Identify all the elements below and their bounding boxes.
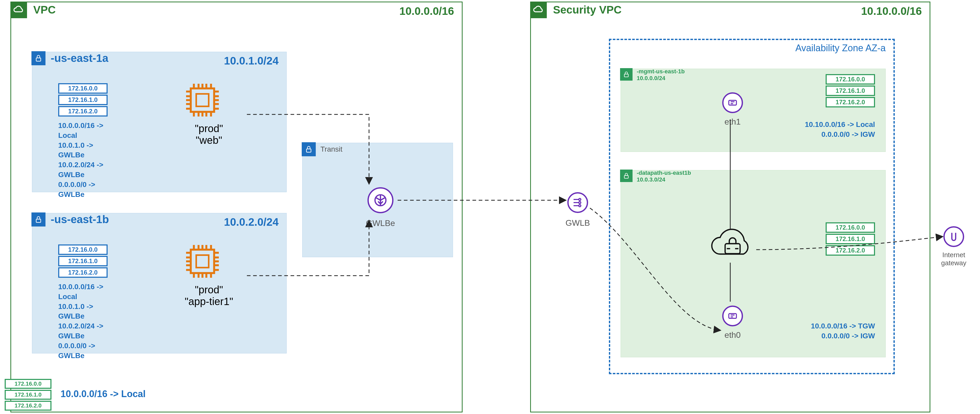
outer-route-table: 172.16.0.0 172.16.1.0 172.16.2.0 (5, 379, 51, 412)
subnet-cidr: 10.0.0.0/24 (637, 75, 685, 82)
subnet-name: -datapath-us-east1b (637, 170, 691, 176)
svg-rect-46 (306, 149, 311, 152)
compute-chip-a: "prod" "web" (183, 81, 235, 146)
ip-row: 172.16.0.0 (826, 74, 875, 84)
outer-route: 10.0.0.0/16 -> Local (60, 389, 146, 400)
lock-icon (302, 142, 316, 156)
vpc-cidr: 10.10.0.0/16 (861, 5, 922, 18)
availability-zone: Availability Zone AZ-a -mgmt-us-east-1b … (609, 39, 895, 374)
ip-row: 172.16.1.0 (826, 86, 875, 96)
gwlbe-label: GWLBe (365, 218, 396, 228)
subnet-cidr: 10.0.1.0/24 (224, 55, 278, 67)
routes-list: 10.0.0.0/16 -> TGW 0.0.0.0/0 -> IGW (811, 321, 875, 341)
svg-rect-49 (729, 100, 736, 105)
ngfw-cloud-icon (706, 225, 759, 267)
subnet-mgmt: -mgmt-us-east-1b 10.0.0.0/24 eth1 172.16… (620, 68, 886, 152)
ip-row: 172.16.2.0 (58, 268, 108, 278)
subnet-us-east-1a: -us-east-1a 10.0.1.0/24 172.16.0.0 172.1… (32, 52, 286, 192)
svg-point-55 (579, 205, 581, 207)
vpc-right: Security VPC 10.10.0.0/16 Availability Z… (530, 2, 931, 412)
routes-list: 10.0.0.0/16 -> Local 10.0.1.0 -> GWLBe 1… (58, 282, 108, 360)
ip-row: 172.16.2.0 (826, 97, 875, 107)
svg-rect-23 (36, 219, 41, 223)
ip-row: 172.16.1.0 (5, 390, 51, 400)
svg-rect-0 (36, 58, 41, 61)
ip-row: 172.16.0.0 (826, 222, 875, 233)
vpc-title: Security VPC (553, 4, 622, 16)
compute-chip-b: "prod" "app-tier1" (183, 242, 235, 307)
vpc-title: VPC (33, 4, 56, 16)
ip-row: 172.16.1.0 (58, 95, 108, 105)
eni-eth0-icon (722, 306, 743, 326)
ip-row: 172.16.0.0 (5, 379, 51, 389)
transit-subnet: Transit GWLBe (302, 143, 453, 257)
instance-tags: "prod" "web" (183, 123, 235, 146)
svg-rect-2 (196, 94, 209, 107)
lock-icon (620, 170, 633, 182)
cloud-vpc-icon (10, 2, 27, 18)
ip-row: 172.16.0.0 (58, 244, 108, 255)
subnet-cidr: 10.0.3.0/24 (637, 176, 691, 183)
lock-icon (32, 212, 46, 226)
cpu-chip-icon (183, 81, 222, 119)
svg-rect-1 (191, 88, 214, 112)
svg-point-54 (579, 202, 581, 204)
ip-row: 172.16.2.0 (5, 401, 51, 411)
ip-row: 172.16.1.0 (826, 234, 875, 244)
eni-eth1-icon (722, 92, 743, 113)
vpc-cidr: 10.0.0.0/16 (399, 5, 454, 18)
eth1-label: eth1 (720, 117, 746, 127)
svg-rect-52 (729, 314, 736, 318)
subnet-us-east-1b: -us-east-1b 10.0.2.0/24 172.16.0.0 172.1… (32, 213, 286, 353)
route-table-mgmt: 172.16.0.0 172.16.1.0 172.16.2.0 (826, 74, 875, 108)
ip-row: 172.16.0.0 (58, 83, 108, 94)
lock-icon (620, 68, 633, 81)
route-table-a: 172.16.0.0 172.16.1.0 172.16.2.0 10.0.0.… (58, 83, 108, 199)
svg-point-53 (579, 198, 581, 201)
instance-tags: "prod" "app-tier1" (183, 284, 235, 307)
subnet-name: -mgmt-us-east-1b (637, 68, 685, 75)
subnet-datapath: -datapath-us-east1b 10.0.3.0/24 eth0 172… (620, 170, 886, 357)
subnet-name: -us-east-1a (51, 52, 108, 64)
vpc-left: VPC 10.0.0.0/16 -us-east-1a 10.0.1.0/24 … (10, 2, 463, 412)
route-table-b: 172.16.0.0 172.16.1.0 172.16.2.0 10.0.0.… (58, 244, 108, 360)
routes-list: 10.0.0.0/16 -> Local 10.0.1.0 -> GWLBe 1… (58, 121, 108, 199)
route-table-datapath: 172.16.0.0 172.16.1.0 172.16.2.0 (826, 222, 875, 257)
transit-label: Transit (320, 145, 342, 153)
igw-label: Internet gateway (933, 251, 975, 267)
gwlb-label: GWLB (560, 218, 596, 228)
internet-gateway-icon (943, 226, 964, 247)
cloud-vpc-icon (530, 2, 547, 18)
subnet-cidr: 10.0.2.0/24 (224, 216, 278, 228)
svg-rect-25 (196, 255, 209, 268)
eth0-label: eth0 (720, 330, 746, 340)
subnet-name: -us-east-1b (51, 213, 109, 226)
az-title: Availability Zone AZ-a (795, 43, 886, 54)
svg-rect-48 (624, 74, 628, 77)
svg-rect-24 (191, 250, 214, 273)
svg-rect-50 (624, 175, 628, 178)
ip-row: 172.16.2.0 (58, 106, 108, 116)
cpu-chip-icon (183, 242, 222, 281)
lock-icon (32, 51, 46, 65)
routes-list: 10.10.0.0/16 -> Local 0.0.0.0/0 -> IGW (805, 119, 875, 139)
gwlbe-icon (368, 187, 393, 213)
ip-row: 172.16.2.0 (826, 245, 875, 256)
ip-row: 172.16.1.0 (58, 256, 108, 266)
gwlb-icon (567, 192, 588, 213)
